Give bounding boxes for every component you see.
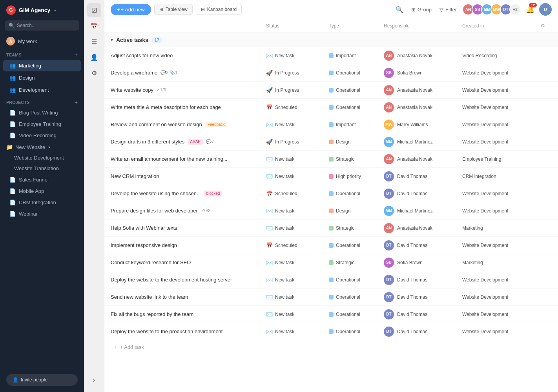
search-button[interactable]: 🔍 (393, 4, 406, 16)
person-icon[interactable]: 👤 (87, 50, 101, 64)
user-avatar[interactable]: U (539, 3, 552, 16)
my-work-item[interactable]: A My work (0, 34, 84, 49)
task-name: Design drafts in 3 different styles (111, 139, 184, 145)
project-icon: 📄 (9, 132, 16, 138)
table-row[interactable]: Develop a wireframe 💬3 📎1 🚀 In Progress … (104, 64, 558, 82)
status-cell: 🚀 In Progress (263, 139, 326, 145)
sidebar-header[interactable]: G GIM Agency ▾ (0, 0, 84, 20)
invite-people-button[interactable]: 👤 Invite people (6, 374, 78, 386)
sidebar-item-design[interactable]: 👥 Design (3, 72, 81, 83)
table-row[interactable]: Implement responsive design 📅 Scheduled … (104, 237, 558, 254)
responsible-cell: MM Michael Martinez (381, 137, 459, 147)
table-row[interactable]: Help Sofia with Webinar texts ✉️ New tas… (104, 220, 558, 237)
search-bar[interactable]: 🔍 Search... (5, 20, 79, 31)
person-avatar: AN (384, 223, 394, 233)
type-text: Strategic (336, 225, 354, 231)
task-name: Adjust scripts for new video (111, 53, 173, 58)
table-row[interactable]: Deploy the website to the production env… (104, 323, 558, 340)
sidebar-item-development[interactable]: 👥 Development (3, 84, 81, 96)
status-text: New task (275, 53, 294, 58)
status-cell: ✉️ New task (263, 225, 326, 231)
new-website-section: 📁 New Website ▾ Website Development Webs… (3, 142, 81, 174)
sidebar-item-website-translation[interactable]: Website Translation (3, 163, 81, 174)
app-name: GIM Agency (19, 7, 50, 13)
status-text: New task (275, 312, 294, 317)
table-row[interactable]: Review and comment on website design Fee… (104, 116, 558, 133)
status-cell: 📅 Scheduled (263, 242, 326, 249)
tasks-icon[interactable]: ☑ (87, 3, 101, 17)
table-row[interactable]: Fix all the bugs reported by the team ✉️… (104, 306, 558, 323)
task-name: Write meta title & meta description for … (111, 104, 221, 110)
calendar-icon[interactable]: 📅 (87, 19, 101, 33)
task-name-cell: Deploy the website to the production env… (111, 325, 263, 338)
active-tasks-section[interactable]: ▾ Active tasks 17 (104, 33, 558, 47)
sidebar-item-employee-training[interactable]: 📄 Employee Training (3, 119, 81, 129)
settings-icon[interactable]: ⚙ (87, 66, 101, 80)
add-team-button[interactable]: + (75, 52, 78, 58)
person-avatar: AN (384, 102, 394, 113)
project-icon: 📄 (9, 110, 16, 116)
table-row[interactable]: Write meta title & meta description for … (104, 99, 558, 116)
collapse-sidebar-button[interactable]: › (87, 373, 101, 387)
status-icon: ✉️ (266, 260, 273, 266)
status-icon: 📅 (266, 104, 273, 111)
person-name: Anastasia Novak (397, 87, 432, 93)
type-color-dot (329, 53, 334, 58)
add-project-button[interactable]: + (75, 99, 78, 105)
sidebar-item-marketing[interactable]: 👥 Marketing (3, 60, 81, 71)
my-work-label: My work (18, 38, 37, 44)
type-cell: Operational (326, 277, 381, 283)
status-text: New task (275, 260, 294, 265)
table-row[interactable]: Write an email announcement for the new … (104, 151, 558, 168)
status-text: New task (275, 294, 294, 300)
type-color-dot (329, 209, 334, 213)
table-row[interactable]: Design drafts in 3 different styles ASAP… (104, 133, 558, 151)
add-new-button[interactable]: + + Add new (111, 4, 151, 15)
sidebar-item-mobile-app[interactable]: 📄 Mobile App (3, 186, 81, 196)
add-task-row[interactable]: + + Add task (104, 340, 558, 354)
filter-button[interactable]: ▽ Filter (437, 4, 459, 15)
notification-button[interactable]: 🔔 12 (524, 4, 536, 15)
table-row[interactable]: Deploy the website to the development ho… (104, 271, 558, 289)
person-name: Anastasia Novak (397, 156, 432, 162)
type-cell: Operational (326, 312, 381, 317)
task-name: Develop the website using the chosen... (111, 191, 201, 196)
table-row[interactable]: Adjust scripts for new video ✉️ New task… (104, 47, 558, 64)
table-view-button[interactable]: ⊞ Table view (154, 4, 193, 15)
group-button[interactable]: ⊞ Group (409, 4, 434, 15)
status-icon: ✉️ (266, 225, 273, 231)
status-cell: ✉️ New task (263, 294, 326, 300)
type-cell: High priority (326, 174, 381, 179)
type-color-dot (329, 329, 334, 334)
sidebar-item-label: Video Recording (19, 132, 57, 138)
status-cell: 🚀 In Progress (263, 87, 326, 93)
task-name-cell: Implement responsive design (111, 239, 263, 251)
sidebar: G GIM Agency ▾ 🔍 Search... A My work Tea… (0, 0, 84, 392)
sidebar-item-webinar[interactable]: 📄 Webinar (3, 209, 81, 219)
new-website-header[interactable]: 📁 New Website ▾ (3, 142, 81, 152)
sidebar-item-video-recording[interactable]: 📄 Video Recording (3, 130, 81, 141)
person-avatar: MM (384, 206, 394, 216)
responsible-cell: DT David Thomas (381, 240, 459, 250)
sidebar-item-crm-integration[interactable]: 📄 CRM Integration (3, 197, 81, 208)
type-text: Operational (336, 294, 360, 300)
person-name: David Thomas (397, 312, 427, 317)
table-icon: ⊞ (159, 7, 163, 12)
list-icon[interactable]: ☰ (87, 34, 101, 49)
table-row[interactable]: Send new website link to the team ✉️ New… (104, 289, 558, 306)
table-row[interactable]: Prepare design files for web developer ✓… (104, 202, 558, 220)
table-row[interactable]: New CRM integration ✉️ New task High pri… (104, 168, 558, 185)
sidebar-item-website-development[interactable]: Website Development (3, 152, 81, 163)
table-row[interactable]: Conduct keyword research for SEO ✉️ New … (104, 254, 558, 271)
team-icon: 👥 (9, 75, 16, 81)
status-icon: ✉️ (266, 294, 273, 300)
type-text: Operational (336, 70, 360, 76)
table-row[interactable]: Write website copy ✓1/3 🚀 In Progress Op… (104, 82, 558, 99)
sidebar-item-sales-funnel[interactable]: 📄 Sales Funnel (3, 174, 81, 185)
status-cell: ✉️ New task (263, 328, 326, 335)
toolbar: + + Add new ⊞ Table view ⊟ Kanban board … (104, 0, 558, 19)
kanban-board-button[interactable]: ⊟ Kanban board (196, 4, 242, 15)
table-row[interactable]: Develop the website using the chosen... … (104, 185, 558, 202)
sidebar-item-blog-post[interactable]: 📄 Blog Post Writing (3, 107, 81, 118)
type-color-dot (329, 312, 334, 317)
